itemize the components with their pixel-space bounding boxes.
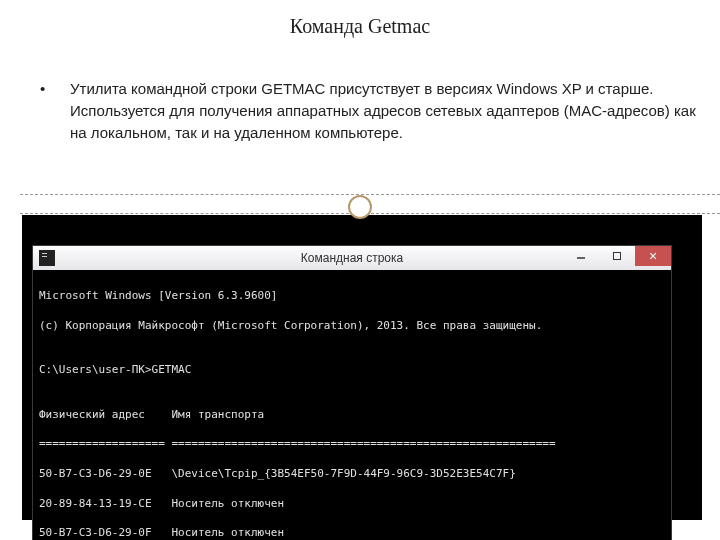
terminal-background: Командная строка × Microsoft Windows [Ve…	[22, 215, 702, 520]
term-line: 20-89-84-13-19-CE Носитель отключен	[39, 497, 665, 512]
term-line: Физический адрес Имя транспорта	[39, 408, 665, 423]
terminal-window: Командная строка × Microsoft Windows [Ve…	[32, 245, 672, 540]
close-button[interactable]: ×	[635, 246, 671, 266]
maximize-button[interactable]	[599, 246, 635, 266]
terminal-titlebar: Командная строка ×	[33, 246, 671, 270]
slide-title: Команда Getmac	[20, 15, 700, 38]
terminal-body[interactable]: Microsoft Windows [Version 6.3.9600] (c)…	[33, 270, 671, 540]
term-line: =================== ====================…	[39, 437, 665, 452]
term-line: Microsoft Windows [Version 6.3.9600]	[39, 289, 665, 304]
close-icon: ×	[649, 246, 657, 266]
circle-decoration	[348, 195, 372, 219]
minimize-button[interactable]	[563, 246, 599, 266]
term-line: (c) Корпорация Майкрософт (Microsoft Cor…	[39, 319, 665, 334]
term-line: 50-B7-C3-D6-29-0F Носитель отключен	[39, 526, 665, 540]
window-controls: ×	[563, 246, 671, 270]
description-list: Утилита командной строки GETMAC присутст…	[20, 78, 700, 143]
term-line: 50-B7-C3-D6-29-0E \Device\Tcpip_{3B54EF5…	[39, 467, 665, 482]
svg-rect-1	[614, 253, 621, 260]
divider-line-top	[20, 194, 720, 195]
term-line: C:\Users\user-ПК>GETMAC	[39, 363, 665, 378]
minimize-icon	[576, 251, 586, 261]
slide: Команда Getmac Утилита командной строки …	[0, 0, 720, 540]
maximize-icon	[612, 251, 622, 261]
description-item: Утилита командной строки GETMAC присутст…	[50, 78, 700, 143]
